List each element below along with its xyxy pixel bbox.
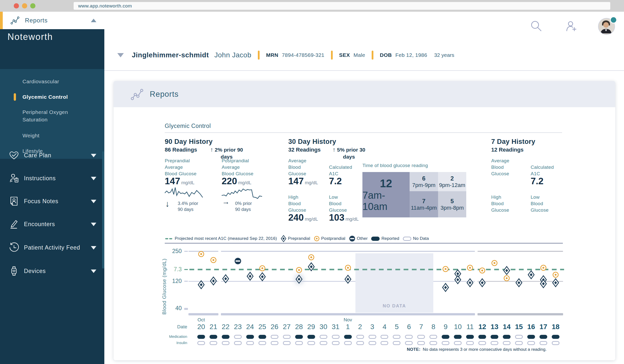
calc-a1c-value: 7.2 <box>329 176 342 186</box>
pencil-icon <box>8 219 19 230</box>
sidebar-item-reports[interactable]: Reports <box>0 12 104 29</box>
sidebar-item-label: Encounters <box>24 221 55 228</box>
section-title: Glycemic Control <box>165 123 211 129</box>
treemap-range: 11am-4pm <box>411 205 437 211</box>
reported-pill-icon <box>371 237 380 241</box>
calc-a1c-label: Calculated A1C <box>329 164 352 177</box>
preprandial-value: 147 mg/dL <box>165 176 194 186</box>
collapse-patient-icon[interactable] <box>117 53 124 57</box>
treemap-count: 12 <box>380 177 392 190</box>
chevron-down-icon <box>91 246 96 250</box>
reports-card-header: Reports <box>114 81 615 107</box>
sidebar-item-label: Patient Activity Feed <box>24 244 80 251</box>
postprandial-label: Postprandial Average Blood Glucose <box>222 158 253 177</box>
divider <box>165 243 563 244</box>
window-zoom-button[interactable] <box>30 3 35 8</box>
sidebar-item-care-plan[interactable]: Care Plan <box>0 146 104 164</box>
sex-label: SEX <box>339 52 350 58</box>
treemap-range: 7pm-9pm <box>412 182 436 188</box>
focus-notes-icon <box>8 196 19 207</box>
sidebar-item-focus-notes[interactable]: Focus Notes <box>0 192 104 210</box>
avg-bg-label-7: Average Blood Glucose <box>491 158 509 177</box>
sidebar-item-devices[interactable]: Devices <box>0 262 104 280</box>
chevron-down-icon <box>91 177 96 180</box>
postprandial-value: 220 mg/dL <box>222 176 251 186</box>
submenu-item-cardiovascular[interactable]: Cardiovascular <box>22 78 87 85</box>
heart-check-icon <box>8 150 19 161</box>
history-30-title: 30 Day History <box>288 138 336 146</box>
submenu-item-peripheral-oxygen-saturation[interactable]: Peripheral Oxygen Saturation <box>22 108 87 123</box>
sidebar-item-label: Devices <box>24 268 46 274</box>
online-status-dot <box>610 16 617 23</box>
change-down-arrow: ↓ <box>165 199 169 209</box>
patient-last-name: Jinglehimmer-schmidt <box>132 51 209 59</box>
reports-chart-icon <box>130 88 144 101</box>
sidebar-item-label: Focus Notes <box>24 198 58 205</box>
treemap-block-7am-10am: 127am-10am <box>362 172 410 217</box>
history-90-readings: 86 Readings <box>165 147 197 153</box>
treemap-range: 3pm-8pm <box>441 205 464 211</box>
chevron-down-icon <box>91 154 96 157</box>
patient-header: Jinglehimmer-schmidt John Jacob MRN 7894… <box>104 40 624 71</box>
url-text: www.app.noteworth.com <box>78 3 132 9</box>
legend-preprandial: Preprandial <box>281 235 310 242</box>
sidebar-item-label: Care Plan <box>24 152 51 159</box>
window-minimize-button[interactable] <box>22 3 27 8</box>
sidebar-item-encounters[interactable]: Encounters <box>0 215 104 233</box>
submenu-item-glycemic-control[interactable]: Glycemic Control <box>22 93 87 101</box>
high-bg-label: High Blood Glucose <box>288 194 306 213</box>
avg-bg-value: 147 mg/dL <box>288 176 318 186</box>
chart-legend: Projected most recent A1C (measured Sep … <box>165 235 432 242</box>
history-7-title: 7 Day History <box>491 138 535 146</box>
treemap-title: Time of blood glucose reading <box>362 163 428 168</box>
reports-submenu: Cardiovascular Glycemic Control Peripher… <box>0 69 104 159</box>
separator <box>258 51 260 60</box>
sidebar-item-patient-activity-feed[interactable]: Patient Activity Feed <box>0 239 104 257</box>
clinician-icon <box>8 173 19 184</box>
history-30-trend: ↑ 5% prior 30 days <box>329 146 369 160</box>
trend-up-arrow: ↑ <box>332 146 335 153</box>
treemap-count: 7 <box>422 198 425 205</box>
treemap-block-7pm-9pm: 67pm-9pm <box>410 172 438 191</box>
chevron-down-icon <box>91 270 96 273</box>
a1c-dash-icon <box>165 238 168 239</box>
top-bar <box>104 12 624 40</box>
treemap-count: 2 <box>451 175 454 182</box>
add-patient-icon[interactable] <box>565 19 578 32</box>
card-title: Reports <box>150 90 179 99</box>
search-icon[interactable] <box>530 19 543 32</box>
trend-up-arrow: ↑ <box>210 146 213 153</box>
active-indicator-bar <box>0 12 3 29</box>
submenu-item-weight[interactable]: Weight <box>22 132 87 139</box>
separator <box>372 51 373 60</box>
sidebar-item-instructions[interactable]: Instructions <box>0 169 104 187</box>
preprandial-sparkline <box>165 186 207 199</box>
history-7-readings: 12 Readings <box>491 147 524 153</box>
legend-no-data: No Data <box>403 236 429 241</box>
dob-label: DOB <box>380 52 392 58</box>
treemap-block-3pm-8pm: 53pm-8pm <box>438 191 466 217</box>
calc-a1c-label-7: Calculated A1C <box>531 164 554 177</box>
url-bar[interactable]: www.app.noteworth.com <box>74 2 610 10</box>
legend-reported: Reported <box>371 236 399 241</box>
calc-a1c-value-7: 7.2 <box>531 176 543 186</box>
legend-other: Other <box>349 235 368 242</box>
sidebar-item-label: Instructions <box>24 175 56 182</box>
preprandial-change: 3.4% prior 90 days <box>178 200 198 212</box>
window-close-button[interactable] <box>14 3 19 8</box>
treemap-range: 7am-10am <box>362 190 410 212</box>
chevron-up-icon <box>91 19 96 22</box>
a1c-dash-icon <box>169 238 172 239</box>
chevron-down-icon <box>91 223 96 226</box>
sidebar: Noteworth Reports Cardiovascular Glycemi… <box>0 12 104 364</box>
treemap-block-11am-4pm: 711am-4pm <box>410 191 438 217</box>
low-bg-label-7: Low Blood Glucose <box>531 194 549 213</box>
postprandial-change: 0% prior 90 days <box>235 200 252 212</box>
low-bg-label: Low Blood Glucose <box>329 194 347 213</box>
treemap-count: 5 <box>451 198 454 205</box>
brand-logo[interactable]: Noteworth <box>7 32 53 42</box>
mrn-label: MRN <box>266 52 278 58</box>
chevron-down-icon <box>91 200 96 203</box>
treemap-count: 6 <box>422 175 425 182</box>
time-of-reading-treemap: 127am-10am67pm-9pm29pm-12am711am-4pm53pm… <box>362 172 466 217</box>
